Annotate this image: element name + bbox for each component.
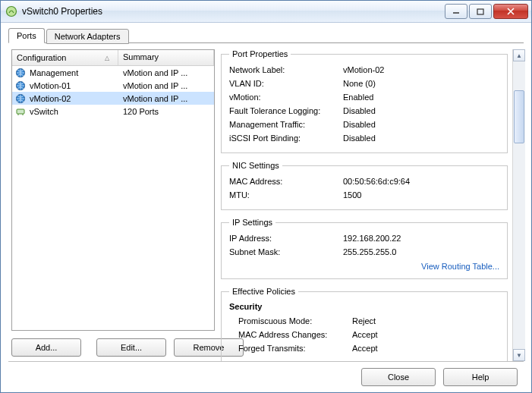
port-properties-group: Port Properties Network Label:vMotion-02… bbox=[221, 49, 508, 153]
effective-policies-group: Effective Policies Security Promiscuous … bbox=[221, 287, 508, 361]
label-mtu: MTU: bbox=[229, 190, 343, 200]
label-forged-transmits: Forged Transmits: bbox=[229, 344, 352, 353]
list-item-summary: vMotion and IP ... bbox=[118, 94, 214, 103]
list-item[interactable]: vMotion-02 vMotion and IP ... bbox=[12, 92, 214, 105]
list-item-summary: 120 Ports bbox=[118, 107, 214, 116]
nic-settings-group: NIC Settings MAC Address:00:50:56:6d:c9:… bbox=[221, 161, 508, 210]
label-subnet-mask: Subnet Mask: bbox=[229, 247, 343, 256]
close-window-button[interactable] bbox=[493, 4, 528, 19]
value-mtu: 1500 bbox=[343, 190, 361, 200]
group-legend: NIC Settings bbox=[229, 161, 282, 170]
close-button[interactable]: Close bbox=[361, 368, 436, 386]
switch-icon bbox=[15, 106, 26, 117]
value-ip-address: 192.168.200.22 bbox=[343, 234, 401, 243]
value-subnet-mask: 255.255.255.0 bbox=[343, 247, 396, 256]
add-button[interactable]: Add... bbox=[11, 338, 81, 357]
value-network-label: vMotion-02 bbox=[343, 65, 384, 74]
value-vlan-id: None (0) bbox=[343, 79, 376, 88]
titlebar[interactable]: vSwitch0 Properties bbox=[1, 1, 531, 23]
list-item-label: vSwitch bbox=[30, 107, 58, 116]
header-summary[interactable]: Summary bbox=[118, 50, 214, 65]
globe-icon bbox=[15, 93, 26, 104]
maximize-button[interactable] bbox=[469, 4, 492, 19]
list-item[interactable]: vMotion-01 vMotion and IP ... bbox=[12, 79, 214, 92]
window-frame: vSwitch0 Properties Ports Network Adapte… bbox=[0, 0, 532, 393]
list-headers[interactable]: Configuration △ Summary bbox=[12, 50, 214, 66]
list-item-summary: vMotion and IP ... bbox=[118, 81, 214, 90]
tabs: Ports Network Adapters bbox=[1, 23, 531, 42]
list-item[interactable]: vSwitch 120 Ports bbox=[12, 105, 214, 118]
globe-icon bbox=[15, 68, 26, 78]
value-mac-changes: Accept bbox=[352, 330, 378, 339]
scroll-track[interactable] bbox=[513, 61, 525, 349]
list-body: Management vMotion and IP ... vMotion-01… bbox=[12, 66, 214, 330]
value-vmotion: Enabled bbox=[343, 93, 373, 102]
security-heading: Security bbox=[229, 302, 499, 311]
list-item-label: vMotion-01 bbox=[30, 81, 71, 90]
label-promiscuous-mode: Promiscuous Mode: bbox=[229, 316, 352, 325]
list-item-label: vMotion-02 bbox=[30, 94, 71, 103]
help-button[interactable]: Help bbox=[443, 368, 518, 386]
vertical-scrollbar[interactable]: ▲ ▼ bbox=[512, 49, 525, 361]
label-mac-changes: MAC Address Changes: bbox=[229, 330, 352, 339]
label-ip-address: IP Address: bbox=[229, 234, 343, 243]
svg-rect-6 bbox=[17, 109, 24, 114]
app-icon bbox=[5, 5, 17, 17]
svg-rect-2 bbox=[477, 9, 483, 14]
tab-network-adapters[interactable]: Network Adapters bbox=[46, 29, 129, 44]
label-vmotion: vMotion: bbox=[229, 93, 343, 102]
label-mac-address: MAC Address: bbox=[229, 177, 343, 186]
label-network-label: Network Label: bbox=[229, 65, 343, 74]
config-list[interactable]: Configuration △ Summary Management vMo bbox=[11, 49, 215, 331]
label-fault-tolerance: Fault Tolerance Logging: bbox=[229, 106, 343, 115]
value-promiscuous-mode: Reject bbox=[352, 316, 376, 325]
header-configuration[interactable]: Configuration △ bbox=[12, 50, 118, 65]
label-management-traffic: Management Traffic: bbox=[229, 120, 343, 129]
edit-button[interactable]: Edit... bbox=[96, 338, 166, 357]
globe-icon bbox=[15, 80, 26, 91]
view-routing-table-link[interactable]: View Routing Table... bbox=[229, 259, 499, 271]
value-fault-tolerance: Disabled bbox=[343, 106, 376, 115]
header-configuration-label: Configuration bbox=[17, 53, 66, 62]
value-forged-transmits: Accept bbox=[352, 344, 378, 353]
tab-ports[interactable]: Ports bbox=[8, 28, 45, 43]
left-panel: Configuration △ Summary Management vMo bbox=[11, 49, 215, 361]
content-area: Configuration △ Summary Management vMo bbox=[1, 43, 531, 361]
group-legend: Effective Policies bbox=[229, 287, 298, 296]
list-item-summary: vMotion and IP ... bbox=[118, 68, 214, 77]
minimize-button[interactable] bbox=[445, 4, 467, 19]
label-vlan-id: VLAN ID: bbox=[229, 79, 343, 88]
window-title: vSwitch0 Properties bbox=[22, 6, 439, 17]
details-scroll-area: Port Properties Network Label:vMotion-02… bbox=[221, 49, 511, 361]
group-legend: Port Properties bbox=[229, 49, 291, 58]
list-item-label: Management bbox=[30, 68, 78, 77]
value-iscsi-binding: Disabled bbox=[343, 134, 376, 143]
sort-indicator-icon: △ bbox=[105, 55, 113, 61]
group-legend: IP Settings bbox=[229, 218, 275, 227]
svg-point-0 bbox=[7, 7, 17, 17]
bottom-bar: Close Help bbox=[1, 362, 531, 392]
ip-settings-group: IP Settings IP Address:192.168.200.22 Su… bbox=[221, 218, 508, 279]
value-management-traffic: Disabled bbox=[343, 120, 376, 129]
scroll-thumb[interactable] bbox=[514, 90, 524, 143]
scroll-up-icon[interactable]: ▲ bbox=[513, 49, 525, 61]
list-item[interactable]: Management vMotion and IP ... bbox=[12, 66, 214, 79]
right-panel: Port Properties Network Label:vMotion-02… bbox=[221, 49, 525, 361]
scroll-down-icon[interactable]: ▼ bbox=[513, 349, 525, 361]
left-buttons: Add... Edit... Remove bbox=[11, 331, 215, 361]
label-iscsi-binding: iSCSI Port Binding: bbox=[229, 134, 343, 143]
value-mac-address: 00:50:56:6d:c9:64 bbox=[343, 177, 410, 186]
